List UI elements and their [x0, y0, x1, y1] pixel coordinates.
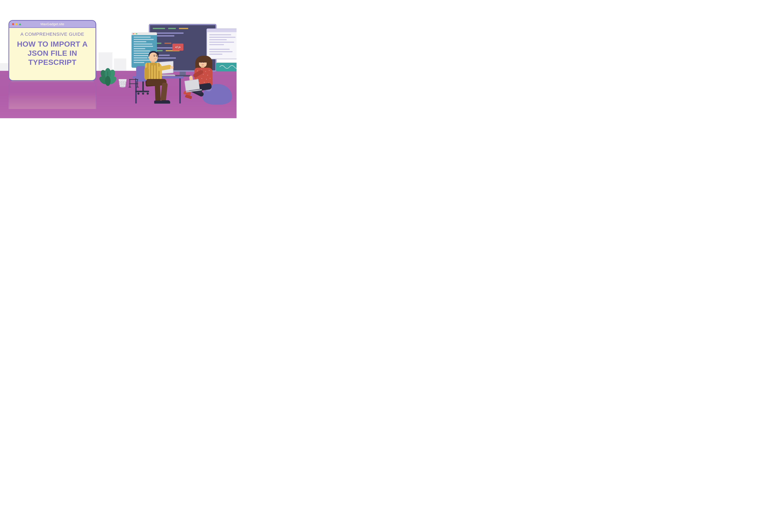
man-legs: [146, 79, 170, 102]
article-main-title: HOW TO IMPORT A JSON FILE IN TYPESCRIPT: [14, 40, 91, 67]
illustration-scene: <\>: [118, 22, 236, 102]
title-card-window-chrome: MaxGadget.site: [9, 21, 95, 28]
woman-eye: [203, 62, 204, 63]
man-ear: [148, 56, 150, 59]
woman-eyebrow: [200, 61, 202, 61]
man-eyebrow: [156, 55, 157, 55]
traffic-light-red-icon: [12, 23, 14, 25]
laptop-on-lap: [184, 79, 202, 93]
window-traffic-lights: [12, 23, 21, 25]
title-card-window: MaxGadget.site A COMPREHENSIVE GUIDE HOW…: [8, 20, 96, 81]
small-code-window-right: [206, 28, 236, 59]
code-tag-glyph: <\>: [175, 45, 181, 49]
potted-plant-decoration: [99, 68, 139, 88]
desk-leg: [179, 78, 181, 103]
woman-eye: [201, 62, 201, 63]
plant-leaves-icon: [99, 68, 117, 88]
man-eye: [156, 56, 157, 57]
plant-stand-icon: [128, 79, 139, 88]
title-card-reflection: [8, 81, 96, 109]
man-eye: [154, 56, 155, 57]
code-tag-badge-icon: <\>: [172, 44, 183, 51]
man-arm: [144, 68, 149, 80]
monitor-stand: [179, 72, 186, 75]
traffic-light-green-triangle-icon: [19, 23, 21, 25]
woman-eyebrow: [203, 61, 204, 61]
traffic-light-yellow-icon: [15, 23, 18, 25]
woman-hair-bangs: [198, 57, 208, 62]
man-developer-illustration: [142, 52, 173, 105]
window-chrome-bar: [131, 32, 157, 35]
window-chrome-bar: [207, 29, 236, 32]
woman-developer-illustration: [188, 57, 223, 105]
title-card-content: A COMPREHENSIVE GUIDE HOW TO IMPORT A JS…: [9, 28, 95, 70]
svg-point-7: [120, 86, 125, 87]
laptop-screen: [184, 79, 200, 91]
man-hand: [170, 66, 173, 69]
svg-point-5: [105, 76, 111, 86]
man-eyebrow: [153, 55, 155, 55]
article-subtitle: A COMPREHENSIVE GUIDE: [14, 32, 91, 37]
plant-pot-icon: [118, 79, 127, 88]
man-head: [149, 52, 157, 62]
site-name-label: MaxGadget.site: [40, 22, 64, 26]
